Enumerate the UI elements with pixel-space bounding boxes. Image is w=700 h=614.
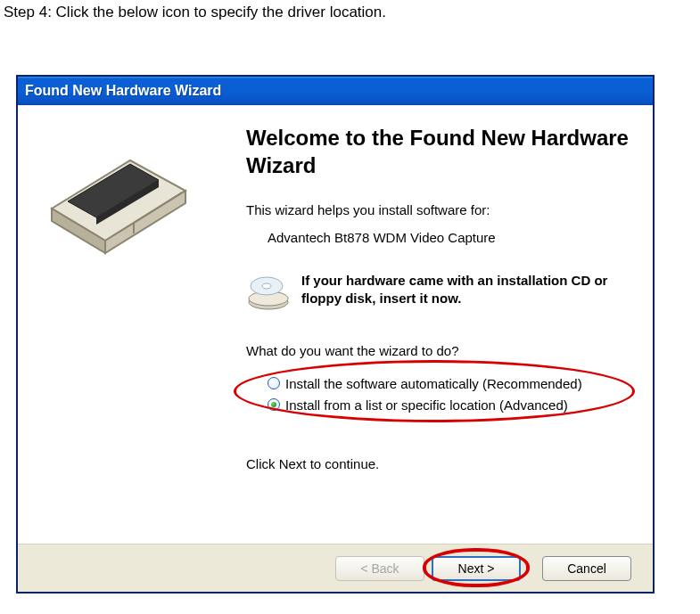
device-name: Advantech Bt878 WDM Video Capture [268, 230, 637, 245]
hardware-device-icon [34, 127, 203, 278]
radio-option-automatic[interactable]: Install the software automatically (Reco… [268, 372, 637, 394]
window-title: Found New Hardware Wizard [25, 83, 221, 99]
cd-instruction-text: If your hardware came with an installati… [301, 272, 637, 316]
side-graphic [18, 105, 230, 544]
wizard-heading: Welcome to the Found New Hardware Wizard [246, 125, 637, 179]
next-button-label: Next > [458, 561, 495, 576]
helps-line: This wizard helps you install software f… [246, 202, 637, 217]
wizard-main-panel: Welcome to the Found New Hardware Wizard… [230, 105, 653, 544]
radio-list-label: Install from a list or specific location… [285, 397, 568, 413]
wizard-body: Welcome to the Found New Hardware Wizard… [18, 105, 653, 544]
wizard-question: What do you want the wizard to do? [246, 343, 637, 358]
cancel-button-label: Cancel [567, 561, 606, 576]
back-button-label: < Back [360, 561, 399, 576]
radio-option-list[interactable]: Install from a list or specific location… [268, 394, 637, 415]
wizard-window: Found New Hardware Wizard Welcome to the… [16, 75, 655, 594]
cd-instruction-row: If your hardware came with an installati… [246, 272, 637, 316]
svg-point-10 [262, 283, 271, 289]
click-next-text: Click Next to continue. [246, 456, 637, 471]
radio-group-container: Install the software automatically (Reco… [246, 372, 637, 415]
cancel-button[interactable]: Cancel [542, 556, 631, 581]
step-instruction: Step 4: Click the below icon to specify … [0, 0, 700, 21]
title-bar: Found New Hardware Wizard [18, 77, 653, 105]
cd-drive-icon [246, 272, 291, 316]
radio-auto-label: Install the software automatically (Reco… [285, 376, 582, 391]
button-bar: < Back Next > Cancel [18, 544, 653, 592]
radio-checked-icon [268, 398, 280, 411]
radio-unchecked-icon [268, 377, 280, 389]
next-button[interactable]: Next > [432, 556, 521, 581]
back-button: < Back [335, 556, 424, 581]
